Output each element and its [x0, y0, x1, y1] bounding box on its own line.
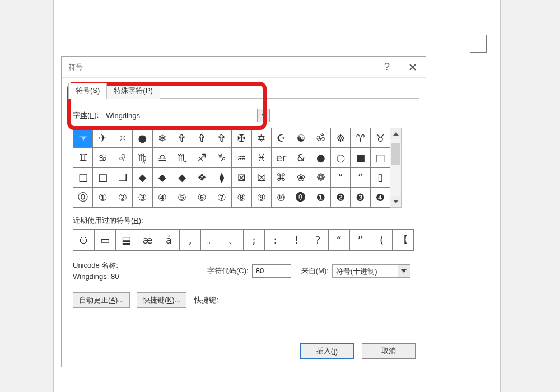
symbol-cell[interactable]: ①: [93, 188, 113, 207]
symbol-cell[interactable]: ✡: [251, 128, 271, 148]
unicode-name-value: Wingdings: 80: [73, 271, 207, 282]
symbol-cell[interactable]: ♍: [133, 148, 152, 167]
symbol-cell[interactable]: ⧫: [212, 167, 231, 187]
symbol-cell[interactable]: &: [291, 148, 311, 167]
symbol-cell[interactable]: ②: [113, 188, 132, 207]
symbol-cell[interactable]: ⑦: [212, 188, 231, 207]
close-button[interactable]: [400, 57, 426, 78]
symbol-cell[interactable]: ④: [152, 188, 172, 207]
symbol-cell[interactable]: ☪: [271, 128, 291, 148]
symbol-cell[interactable]: ✞: [212, 128, 231, 148]
symbol-cell[interactable]: ♐: [192, 148, 212, 167]
tab-special-chars[interactable]: 特殊字符(P): [106, 83, 160, 99]
symbol-cell[interactable]: ♋: [93, 148, 113, 167]
symbol-cell[interactable]: ❷: [331, 188, 351, 207]
symbol-cell[interactable]: ☸: [331, 128, 351, 148]
symbol-cell[interactable]: ■: [351, 148, 370, 167]
recent-symbol-cell[interactable]: “: [329, 229, 350, 250]
symbol-cell[interactable]: □: [73, 167, 93, 187]
symbol-cell[interactable]: ●: [311, 148, 330, 167]
symbol-cell[interactable]: ♌: [113, 148, 132, 167]
scroll-track[interactable]: [390, 139, 401, 196]
symbol-cell[interactable]: ●: [133, 128, 152, 148]
recent-symbol-cell[interactable]: ?: [307, 229, 329, 250]
from-select-arrow[interactable]: [398, 265, 410, 277]
symbol-cell[interactable]: ⓿: [291, 188, 311, 207]
symbol-cell[interactable]: □: [370, 148, 390, 167]
recent-symbol-cell[interactable]: ;: [244, 229, 265, 250]
symbol-cell[interactable]: ❹: [370, 188, 390, 207]
recent-symbol-cell[interactable]: 、: [222, 229, 244, 250]
help-button[interactable]: ?: [374, 57, 400, 78]
font-select[interactable]: Wingdings: [102, 109, 270, 122]
symbol-cell[interactable]: ⓪: [73, 188, 93, 207]
symbol-cell[interactable]: “: [331, 167, 351, 187]
symbol-cell[interactable]: ❶: [311, 188, 330, 207]
recent-symbol-cell[interactable]: æ: [137, 229, 158, 250]
symbol-cell[interactable]: ◆: [152, 167, 172, 187]
symbol-cell[interactable]: ☯: [291, 128, 311, 148]
recent-symbol-cell[interactable]: ▤: [116, 229, 137, 250]
symbol-cell[interactable]: ❁: [311, 167, 330, 187]
symbol-cell[interactable]: ❀: [291, 167, 311, 187]
symbol-cell[interactable]: er: [271, 148, 291, 167]
symbol-cell[interactable]: ✞: [172, 128, 192, 148]
symbol-cell[interactable]: ♉: [370, 128, 390, 148]
symbol-grid-scrollbar[interactable]: [390, 128, 402, 208]
symbol-cell[interactable]: ॐ: [311, 128, 330, 148]
font-select-arrow[interactable]: [257, 109, 269, 122]
recent-symbol-cell[interactable]: :: [265, 229, 286, 250]
symbol-cell[interactable]: ○: [331, 148, 351, 167]
scroll-thumb[interactable]: [391, 143, 400, 165]
symbol-cell[interactable]: ◆: [172, 167, 192, 187]
autocorrect-button[interactable]: 自动更正(A)...: [73, 292, 130, 308]
symbol-cell[interactable]: ♊: [73, 148, 93, 167]
symbol-cell[interactable]: ☼: [113, 128, 132, 148]
recent-symbol-cell[interactable]: !: [286, 229, 307, 250]
symbol-cell[interactable]: ✠: [232, 128, 251, 148]
shortcut-key-button[interactable]: 快捷键(K)...: [137, 292, 186, 308]
symbol-cell[interactable]: ⊠: [232, 167, 251, 187]
recent-symbol-cell[interactable]: ”: [350, 229, 371, 250]
symbol-cell[interactable]: ♈: [351, 128, 370, 148]
symbol-cell[interactable]: ☒: [251, 167, 271, 187]
char-code-input[interactable]: [252, 264, 291, 278]
symbol-cell[interactable]: ⑥: [192, 188, 212, 207]
symbol-cell[interactable]: ❄: [152, 128, 172, 148]
symbol-cell[interactable]: ⑨: [251, 188, 271, 207]
insert-button[interactable]: 插入(I): [300, 343, 354, 359]
symbol-cell[interactable]: ◆: [133, 167, 152, 187]
symbol-cell[interactable]: ⑤: [172, 188, 192, 207]
shortcut-label: 快捷键:: [194, 295, 218, 305]
symbol-cell[interactable]: ♎: [152, 148, 172, 167]
symbol-cell[interactable]: ⑧: [232, 188, 251, 207]
recent-symbol-cell[interactable]: ,: [180, 229, 201, 250]
symbol-cell[interactable]: ”: [351, 167, 370, 187]
symbol-cell[interactable]: □: [93, 167, 113, 187]
scroll-up-button[interactable]: [390, 128, 401, 139]
recent-symbol-cell[interactable]: ▭: [95, 229, 116, 250]
symbol-cell[interactable]: ❖: [192, 167, 212, 187]
recent-symbol-cell[interactable]: 。: [201, 229, 222, 250]
symbol-cell[interactable]: ☞: [73, 128, 93, 148]
symbol-cell[interactable]: ❑: [113, 167, 132, 187]
symbol-cell[interactable]: ③: [133, 188, 152, 207]
recent-symbol-cell[interactable]: 【: [393, 229, 414, 250]
cancel-button[interactable]: 取消: [362, 343, 416, 359]
symbol-cell[interactable]: ▯: [370, 167, 390, 187]
symbol-cell[interactable]: ❸: [351, 188, 370, 207]
tab-symbols[interactable]: 符号(S): [68, 83, 107, 99]
symbol-cell[interactable]: ♒: [232, 148, 251, 167]
recent-symbol-cell[interactable]: (: [371, 229, 393, 250]
symbol-cell[interactable]: ✈: [93, 128, 113, 148]
symbol-cell[interactable]: ♏: [172, 148, 192, 167]
symbol-cell[interactable]: ♑: [212, 148, 231, 167]
symbol-cell[interactable]: ⌘: [271, 167, 291, 187]
recent-symbol-cell[interactable]: á: [158, 229, 180, 250]
symbol-cell[interactable]: ♓: [251, 148, 271, 167]
symbol-cell[interactable]: ✞: [192, 128, 212, 148]
recent-symbol-cell[interactable]: ⏲: [73, 229, 95, 250]
scroll-down-button[interactable]: [390, 196, 401, 207]
symbol-cell[interactable]: ⑩: [271, 188, 291, 207]
from-select[interactable]: 符号(十进制): [332, 264, 410, 278]
